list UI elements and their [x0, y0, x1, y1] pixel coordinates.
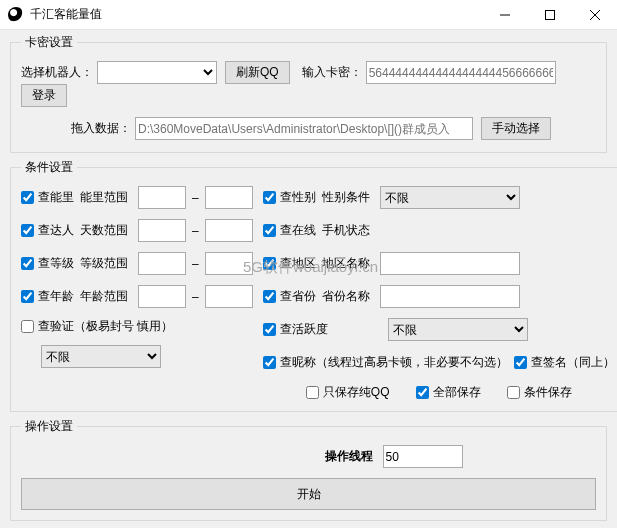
verify-check[interactable]: 查验证（极易封号 慎用） — [21, 318, 173, 335]
age-from-input[interactable] — [138, 285, 186, 308]
gender-check[interactable]: 查性别 — [263, 189, 316, 206]
robot-label: 选择机器人： — [21, 64, 93, 81]
active-check[interactable]: 查活跃度 — [263, 321, 328, 338]
maximize-button[interactable] — [527, 0, 572, 29]
close-button[interactable] — [572, 0, 617, 29]
thread-label: 操作线程 — [325, 448, 373, 465]
drag-input[interactable] — [135, 117, 473, 140]
drag-label: 拖入数据： — [71, 120, 131, 137]
level-range-label: 等级范围 — [80, 255, 128, 272]
online-check[interactable]: 查在线 — [263, 222, 316, 239]
refresh-qq-button[interactable]: 刷新QQ — [225, 61, 290, 84]
province-input[interactable] — [380, 285, 520, 308]
sign-check[interactable]: 查签名（同上） — [514, 354, 615, 371]
minimize-button[interactable] — [482, 0, 527, 29]
card-section: 卡密设置 选择机器人： 刷新QQ 输入卡密： 登录 拖入数据： 手动选择 — [10, 34, 607, 153]
verify-select[interactable]: 不限 — [41, 345, 161, 368]
level-to-input[interactable] — [205, 252, 253, 275]
province-check[interactable]: 查省份 — [263, 288, 316, 305]
card-legend: 卡密设置 — [21, 34, 77, 51]
dash: – — [192, 191, 199, 205]
daren-range-label: 天数范围 — [80, 222, 128, 239]
titlebar: 千汇客能量值 — [0, 0, 617, 30]
condition-section: 条件设置 查能里 能里范围 – 查达人 天数范围 – — [10, 159, 617, 412]
svg-rect-1 — [545, 10, 554, 19]
gender-select[interactable]: 不限 — [380, 186, 520, 209]
key-label: 输入卡密： — [302, 64, 362, 81]
active-select[interactable]: 不限 — [388, 318, 528, 341]
province-label: 省份名称 — [322, 288, 376, 305]
daren-to-input[interactable] — [205, 219, 253, 242]
operation-legend: 操作设置 — [21, 418, 77, 435]
condition-legend: 条件设置 — [21, 159, 77, 176]
level-check[interactable]: 查等级 — [21, 255, 74, 272]
manual-select-button[interactable]: 手动选择 — [481, 117, 551, 140]
online-label: 手机状态 — [322, 222, 370, 239]
gender-label: 性别条件 — [322, 189, 376, 206]
energy-range-label: 能里范围 — [80, 189, 128, 206]
age-range-label: 年龄范围 — [80, 288, 128, 305]
daren-check[interactable]: 查达人 — [21, 222, 74, 239]
age-to-input[interactable] — [205, 285, 253, 308]
region-input[interactable] — [380, 252, 520, 275]
level-from-input[interactable] — [138, 252, 186, 275]
energy-from-input[interactable] — [138, 186, 186, 209]
daren-from-input[interactable] — [138, 219, 186, 242]
save-pure-check[interactable]: 只保存纯QQ — [306, 384, 390, 401]
age-check[interactable]: 查年龄 — [21, 288, 74, 305]
region-check[interactable]: 查地区 — [263, 255, 316, 272]
operation-section: 操作设置 操作线程 开始 — [10, 418, 607, 521]
thread-input[interactable] — [383, 445, 463, 468]
robot-select[interactable] — [97, 61, 217, 84]
energy-to-input[interactable] — [205, 186, 253, 209]
window-title: 千汇客能量值 — [30, 6, 482, 23]
app-icon — [8, 7, 24, 23]
login-button[interactable]: 登录 — [21, 84, 67, 107]
key-input[interactable] — [366, 61, 556, 84]
region-label: 地区名称 — [322, 255, 376, 272]
start-button[interactable]: 开始 — [21, 478, 596, 510]
nick-check[interactable]: 查昵称（线程过高易卡顿，非必要不勾选） — [263, 354, 508, 371]
energy-check[interactable]: 查能里 — [21, 189, 74, 206]
save-all-check[interactable]: 全部保存 — [416, 384, 481, 401]
save-cond-check[interactable]: 条件保存 — [507, 384, 572, 401]
